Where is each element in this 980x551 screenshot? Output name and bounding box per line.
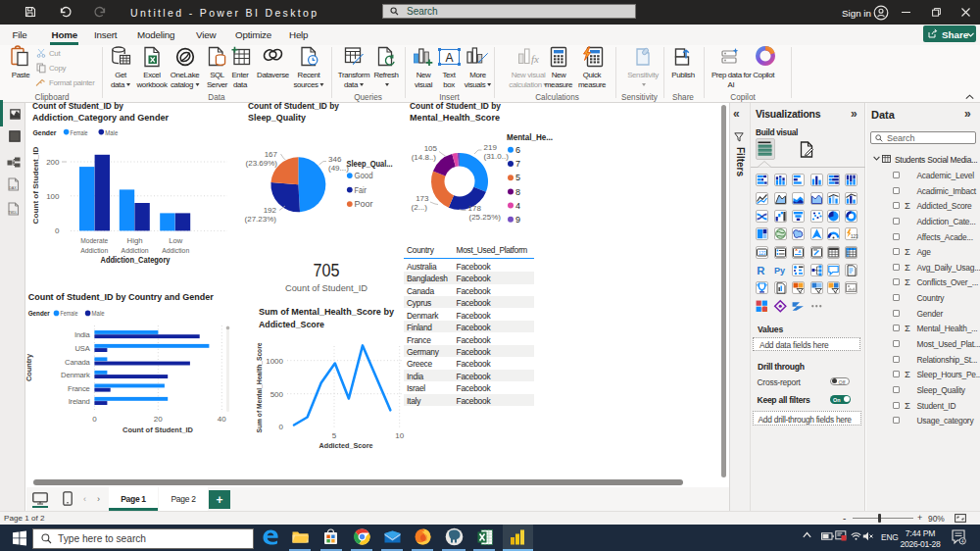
svg-text:500: 500 [270,390,284,399]
svg-text:40: 40 [218,415,226,424]
svg-text:Count of Student_ID by: Count of Student_ID by [248,100,340,111]
svg-text:Addicted_Score: Addicted_Score [259,319,324,329]
svg-text:4: 4 [515,201,520,211]
svg-text:123: 123 [851,234,858,239]
svg-text:9: 9 [515,215,520,225]
svg-text:Addiction_Category: Addiction_Category [101,255,171,265]
svg-text:Ireland: Ireland [69,397,90,406]
svg-text:Sleep_Quality: Sleep_Quality [248,112,307,123]
svg-text:USA: USA [74,344,90,353]
svg-text:Addicted_Score: Addicted_Score [319,441,373,450]
svg-text:India: India [74,330,90,339]
svg-text:5: 5 [515,173,520,182]
svg-text:Count of Student_ID by Country: Count of Student_ID by Country and Gende… [28,291,214,302]
svg-text:192: 192 [264,206,277,215]
svg-text:4: 4 [961,539,964,544]
svg-text:Good: Good [355,172,373,180]
svg-text:7: 7 [515,159,520,169]
svg-text:Addiction: Addiction [80,246,108,255]
svg-text:200: 200 [46,158,60,167]
svg-text:Gender: Gender [28,309,50,318]
svg-text:20: 20 [154,415,163,424]
svg-text:178: 178 [468,204,482,213]
svg-text:(23.69%): (23.69%) [246,159,278,168]
svg-text:Male: Male [105,128,118,137]
svg-text:0: 0 [55,226,60,235]
svg-text:Count of Student_ID: Count of Student_ID [285,282,368,293]
svg-text:Canada: Canada [65,358,90,367]
svg-text:Count of Student_ID: Count of Student_ID [31,146,40,224]
svg-text:Addiction: Addiction [162,246,189,255]
svg-text:France: France [68,384,89,393]
svg-text:0: 0 [279,423,284,431]
svg-text:Female: Female [71,128,88,137]
svg-text:Poor: Poor [355,200,373,209]
svg-text:219: 219 [484,143,498,152]
svg-text:167: 167 [265,150,278,159]
svg-text:(27.23%): (27.23%) [245,215,277,224]
svg-text:173: 173 [416,194,429,203]
svg-text:Count of Student_ID: Count of Student_ID [122,426,193,434]
svg-text:R: R [757,265,764,276]
svg-text:Gender: Gender [33,128,57,137]
svg-text:705: 705 [314,260,340,280]
svg-text:Sum of Mental_Health_Score by: Sum of Mental_Health_Score by [259,306,395,317]
svg-text:Female: Female [61,309,78,318]
svg-text:Denmark: Denmark [61,371,90,379]
svg-text:Py: Py [774,266,785,276]
svg-text:DAX: DAX [9,186,17,190]
svg-text:Addiction_Category and Gender: Addiction_Category and Gender [32,112,169,123]
svg-text:Sum of Mental_Health_Score: Sum of Mental_Health_Score [255,343,264,433]
svg-text:Count of Student_ID by: Count of Student_ID by [410,100,502,111]
svg-text:(14.8..): (14.8..) [412,153,437,162]
svg-text:100: 100 [46,192,60,201]
svg-text:fx: fx [531,53,539,65]
svg-text:(25.25%): (25.25%) [469,213,502,222]
svg-text:TMDL: TMDL [9,211,18,215]
svg-text:A: A [799,249,802,254]
svg-text:Moderate: Moderate [80,236,108,245]
svg-text:346: 346 [328,155,342,164]
svg-text:A: A [445,51,453,65]
svg-text:Addiction: Addiction [122,246,149,255]
svg-text:8: 8 [515,187,520,197]
svg-text:Male: Male [92,309,105,318]
svg-text:1000: 1000 [266,357,283,366]
svg-text:Fair: Fair [355,186,368,195]
svg-text:Count of Student_ID by: Count of Student_ID by [32,100,124,111]
svg-text:Mental_He...: Mental_He... [507,133,553,142]
svg-text:(31.0..): (31.0..) [484,152,510,161]
svg-text:6: 6 [515,145,520,155]
svg-text:5: 5 [332,431,337,440]
svg-text:105: 105 [424,144,438,153]
svg-text:(2...): (2...) [412,203,428,212]
svg-text:Low: Low [169,236,183,245]
svg-text:0: 0 [92,415,97,424]
svg-text:High: High [127,236,143,245]
svg-text:Country: Country [24,353,33,381]
svg-text:123: 123 [759,250,766,255]
svg-text:10: 10 [395,431,404,440]
svg-text:Sleep_Qual...: Sleep_Qual... [347,160,393,169]
svg-text:Mental_Health_Score: Mental_Health_Score [410,112,500,123]
